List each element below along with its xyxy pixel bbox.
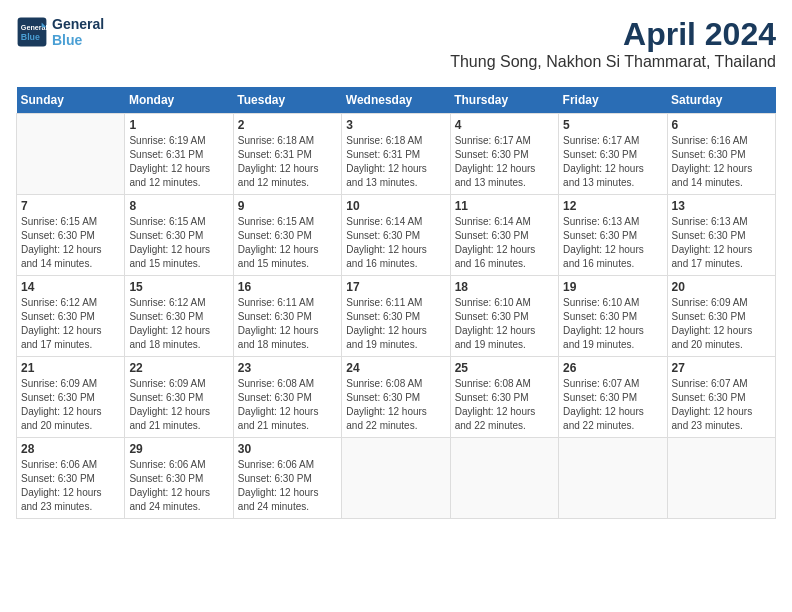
calendar-cell: 6Sunrise: 6:16 AMSunset: 6:30 PMDaylight… xyxy=(667,114,775,195)
calendar-cell: 14Sunrise: 6:12 AMSunset: 6:30 PMDayligh… xyxy=(17,276,125,357)
calendar-cell: 12Sunrise: 6:13 AMSunset: 6:30 PMDayligh… xyxy=(559,195,667,276)
month-title: April 2024 xyxy=(450,16,776,53)
calendar-cell: 25Sunrise: 6:08 AMSunset: 6:30 PMDayligh… xyxy=(450,357,558,438)
svg-text:Blue: Blue xyxy=(21,32,40,42)
day-number: 7 xyxy=(21,199,120,213)
day-number: 11 xyxy=(455,199,554,213)
calendar-cell: 8Sunrise: 6:15 AMSunset: 6:30 PMDaylight… xyxy=(125,195,233,276)
weekday-header: Monday xyxy=(125,87,233,114)
day-number: 30 xyxy=(238,442,337,456)
day-info: Sunrise: 6:17 AMSunset: 6:30 PMDaylight:… xyxy=(455,134,554,190)
logo-icon: General Blue xyxy=(16,16,48,48)
calendar-cell: 4Sunrise: 6:17 AMSunset: 6:30 PMDaylight… xyxy=(450,114,558,195)
weekday-header: Friday xyxy=(559,87,667,114)
day-info: Sunrise: 6:06 AMSunset: 6:30 PMDaylight:… xyxy=(238,458,337,514)
day-number: 29 xyxy=(129,442,228,456)
calendar-cell: 19Sunrise: 6:10 AMSunset: 6:30 PMDayligh… xyxy=(559,276,667,357)
calendar-cell: 9Sunrise: 6:15 AMSunset: 6:30 PMDaylight… xyxy=(233,195,341,276)
day-info: Sunrise: 6:17 AMSunset: 6:30 PMDaylight:… xyxy=(563,134,662,190)
calendar-cell: 20Sunrise: 6:09 AMSunset: 6:30 PMDayligh… xyxy=(667,276,775,357)
day-number: 9 xyxy=(238,199,337,213)
day-number: 3 xyxy=(346,118,445,132)
day-number: 8 xyxy=(129,199,228,213)
day-number: 18 xyxy=(455,280,554,294)
day-number: 23 xyxy=(238,361,337,375)
calendar-cell xyxy=(17,114,125,195)
day-number: 14 xyxy=(21,280,120,294)
day-info: Sunrise: 6:10 AMSunset: 6:30 PMDaylight:… xyxy=(455,296,554,352)
day-number: 20 xyxy=(672,280,771,294)
calendar-cell: 28Sunrise: 6:06 AMSunset: 6:30 PMDayligh… xyxy=(17,438,125,519)
day-number: 22 xyxy=(129,361,228,375)
day-info: Sunrise: 6:13 AMSunset: 6:30 PMDaylight:… xyxy=(672,215,771,271)
calendar-cell: 5Sunrise: 6:17 AMSunset: 6:30 PMDaylight… xyxy=(559,114,667,195)
location-title: Thung Song, Nakhon Si Thammarat, Thailan… xyxy=(450,53,776,71)
calendar-cell xyxy=(559,438,667,519)
calendar-cell: 2Sunrise: 6:18 AMSunset: 6:31 PMDaylight… xyxy=(233,114,341,195)
calendar-cell: 7Sunrise: 6:15 AMSunset: 6:30 PMDaylight… xyxy=(17,195,125,276)
day-number: 27 xyxy=(672,361,771,375)
day-number: 10 xyxy=(346,199,445,213)
day-info: Sunrise: 6:10 AMSunset: 6:30 PMDaylight:… xyxy=(563,296,662,352)
day-info: Sunrise: 6:18 AMSunset: 6:31 PMDaylight:… xyxy=(346,134,445,190)
day-number: 4 xyxy=(455,118,554,132)
logo-text-general: General xyxy=(52,16,104,32)
calendar-cell: 22Sunrise: 6:09 AMSunset: 6:30 PMDayligh… xyxy=(125,357,233,438)
weekday-header: Sunday xyxy=(17,87,125,114)
calendar-cell xyxy=(667,438,775,519)
day-number: 6 xyxy=(672,118,771,132)
day-info: Sunrise: 6:07 AMSunset: 6:30 PMDaylight:… xyxy=(563,377,662,433)
day-info: Sunrise: 6:18 AMSunset: 6:31 PMDaylight:… xyxy=(238,134,337,190)
day-number: 12 xyxy=(563,199,662,213)
day-info: Sunrise: 6:08 AMSunset: 6:30 PMDaylight:… xyxy=(346,377,445,433)
day-number: 15 xyxy=(129,280,228,294)
calendar-cell: 27Sunrise: 6:07 AMSunset: 6:30 PMDayligh… xyxy=(667,357,775,438)
day-info: Sunrise: 6:12 AMSunset: 6:30 PMDaylight:… xyxy=(129,296,228,352)
day-number: 16 xyxy=(238,280,337,294)
day-number: 13 xyxy=(672,199,771,213)
day-info: Sunrise: 6:11 AMSunset: 6:30 PMDaylight:… xyxy=(238,296,337,352)
day-info: Sunrise: 6:07 AMSunset: 6:30 PMDaylight:… xyxy=(672,377,771,433)
calendar-cell: 23Sunrise: 6:08 AMSunset: 6:30 PMDayligh… xyxy=(233,357,341,438)
day-info: Sunrise: 6:08 AMSunset: 6:30 PMDaylight:… xyxy=(455,377,554,433)
calendar-cell: 15Sunrise: 6:12 AMSunset: 6:30 PMDayligh… xyxy=(125,276,233,357)
day-info: Sunrise: 6:06 AMSunset: 6:30 PMDaylight:… xyxy=(129,458,228,514)
calendar-cell: 11Sunrise: 6:14 AMSunset: 6:30 PMDayligh… xyxy=(450,195,558,276)
logo-text-blue: Blue xyxy=(52,32,104,48)
day-info: Sunrise: 6:14 AMSunset: 6:30 PMDaylight:… xyxy=(455,215,554,271)
day-info: Sunrise: 6:08 AMSunset: 6:30 PMDaylight:… xyxy=(238,377,337,433)
logo: General Blue General Blue xyxy=(16,16,104,48)
calendar-cell: 29Sunrise: 6:06 AMSunset: 6:30 PMDayligh… xyxy=(125,438,233,519)
day-number: 26 xyxy=(563,361,662,375)
calendar-table: SundayMondayTuesdayWednesdayThursdayFrid… xyxy=(16,87,776,519)
weekday-header: Saturday xyxy=(667,87,775,114)
day-number: 28 xyxy=(21,442,120,456)
calendar-cell xyxy=(450,438,558,519)
day-number: 5 xyxy=(563,118,662,132)
day-info: Sunrise: 6:09 AMSunset: 6:30 PMDaylight:… xyxy=(21,377,120,433)
day-number: 19 xyxy=(563,280,662,294)
calendar-cell: 13Sunrise: 6:13 AMSunset: 6:30 PMDayligh… xyxy=(667,195,775,276)
day-info: Sunrise: 6:15 AMSunset: 6:30 PMDaylight:… xyxy=(129,215,228,271)
weekday-header: Thursday xyxy=(450,87,558,114)
day-number: 25 xyxy=(455,361,554,375)
day-info: Sunrise: 6:13 AMSunset: 6:30 PMDaylight:… xyxy=(563,215,662,271)
calendar-cell: 21Sunrise: 6:09 AMSunset: 6:30 PMDayligh… xyxy=(17,357,125,438)
day-info: Sunrise: 6:15 AMSunset: 6:30 PMDaylight:… xyxy=(21,215,120,271)
day-number: 1 xyxy=(129,118,228,132)
day-info: Sunrise: 6:19 AMSunset: 6:31 PMDaylight:… xyxy=(129,134,228,190)
day-info: Sunrise: 6:14 AMSunset: 6:30 PMDaylight:… xyxy=(346,215,445,271)
day-number: 24 xyxy=(346,361,445,375)
calendar-cell: 10Sunrise: 6:14 AMSunset: 6:30 PMDayligh… xyxy=(342,195,450,276)
day-info: Sunrise: 6:11 AMSunset: 6:30 PMDaylight:… xyxy=(346,296,445,352)
calendar-cell: 18Sunrise: 6:10 AMSunset: 6:30 PMDayligh… xyxy=(450,276,558,357)
day-info: Sunrise: 6:06 AMSunset: 6:30 PMDaylight:… xyxy=(21,458,120,514)
calendar-cell: 26Sunrise: 6:07 AMSunset: 6:30 PMDayligh… xyxy=(559,357,667,438)
day-info: Sunrise: 6:09 AMSunset: 6:30 PMDaylight:… xyxy=(129,377,228,433)
calendar-cell: 1Sunrise: 6:19 AMSunset: 6:31 PMDaylight… xyxy=(125,114,233,195)
calendar-cell: 3Sunrise: 6:18 AMSunset: 6:31 PMDaylight… xyxy=(342,114,450,195)
day-info: Sunrise: 6:09 AMSunset: 6:30 PMDaylight:… xyxy=(672,296,771,352)
day-info: Sunrise: 6:16 AMSunset: 6:30 PMDaylight:… xyxy=(672,134,771,190)
calendar-cell: 30Sunrise: 6:06 AMSunset: 6:30 PMDayligh… xyxy=(233,438,341,519)
calendar-cell: 17Sunrise: 6:11 AMSunset: 6:30 PMDayligh… xyxy=(342,276,450,357)
